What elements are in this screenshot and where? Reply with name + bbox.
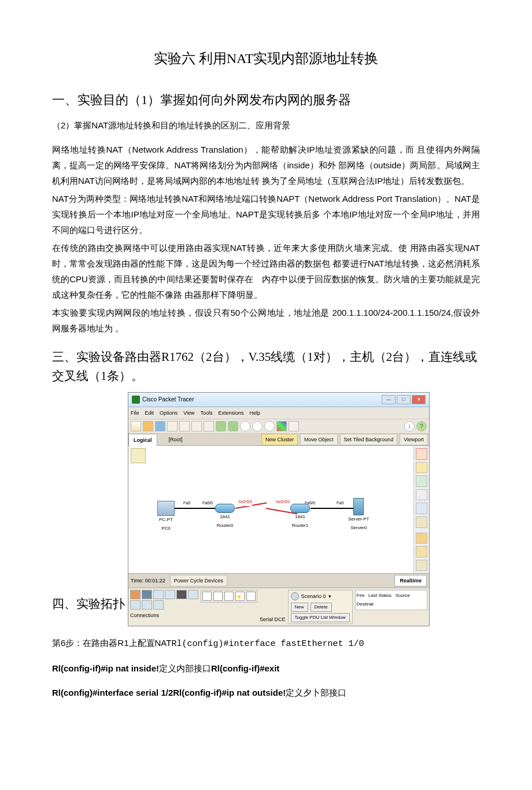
root-breadcrumb[interactable]: [Root] bbox=[157, 435, 194, 444]
resize-tool-icon[interactable] bbox=[416, 516, 427, 528]
open-icon[interactable] bbox=[143, 421, 153, 431]
bottom-panel: Connections ⚡ Serial DCE Scenario 0 ▾ Ne… bbox=[128, 588, 429, 626]
section3-heading: 三、实验设备路由器R1762（2台），V.35线缆（1对），主机（2台），直连线… bbox=[52, 348, 480, 386]
select-tool-icon[interactable] bbox=[416, 448, 427, 460]
connection-types: ⚡ bbox=[201, 590, 257, 603]
menu-options[interactable]: Options bbox=[160, 408, 178, 418]
serial-dce-label: Serial DCE bbox=[260, 615, 286, 624]
zoom-reset-icon[interactable] bbox=[252, 421, 263, 431]
scenario-delete-button[interactable]: Delete bbox=[311, 603, 332, 612]
connections-category-icon[interactable] bbox=[176, 590, 187, 599]
info-icon[interactable]: i bbox=[404, 421, 415, 431]
delete-tool-icon[interactable] bbox=[416, 489, 427, 501]
device-router1[interactable]: 1841 Router1 bbox=[290, 501, 310, 530]
para-1: 网络地址转换NAT（Network Address Translation），能… bbox=[52, 142, 480, 189]
device-server0[interactable]: Server-PT Server0 bbox=[348, 498, 369, 532]
menu-edit[interactable]: Edit bbox=[145, 408, 154, 418]
workspace-canvas[interactable]: Fa0 Fa0/0 Se0/0/0 Se0/0/0 Fa0/0 Fa0 PC-P… bbox=[128, 446, 429, 573]
nav-root-icon[interactable] bbox=[131, 448, 146, 463]
viewport-button[interactable]: Viewport bbox=[400, 434, 428, 445]
menu-view[interactable]: View bbox=[183, 408, 194, 418]
menu-extensions[interactable]: Extensions bbox=[218, 408, 243, 418]
section1-heading: 一、实验目的（1）掌握如何向外网发布内网的服务器 bbox=[52, 88, 480, 112]
end-devices-category-icon[interactable] bbox=[188, 590, 198, 599]
wizard-icon[interactable] bbox=[179, 421, 190, 431]
auto-cable-icon[interactable] bbox=[202, 592, 212, 601]
hubs-category-icon[interactable] bbox=[153, 590, 164, 599]
console-cable-icon[interactable] bbox=[213, 592, 223, 601]
time-label: Time: 00:01:22 bbox=[131, 576, 165, 585]
zoom-in-icon[interactable] bbox=[240, 421, 250, 431]
time-bar: Time: 00:01:22 Power Cycle Devices Realt… bbox=[128, 573, 429, 588]
note-tool-icon[interactable] bbox=[416, 475, 427, 487]
palette-icon[interactable] bbox=[276, 421, 287, 431]
packet-tracer-window: Cisco Packet Tracer — □ ✕ File Edit Opti… bbox=[128, 392, 430, 626]
serial-dce-cable-icon[interactable]: ⚡ bbox=[235, 592, 245, 601]
custom-category-icon[interactable] bbox=[142, 600, 152, 610]
paste-icon[interactable] bbox=[204, 421, 214, 431]
pdu-list-table: Fire Last Status Source Destinat bbox=[355, 590, 427, 610]
device-pc0[interactable]: PC-PT PC0 bbox=[157, 501, 175, 533]
menu-bar: File Edit Options View Tools Extensions … bbox=[128, 407, 429, 419]
col-source: Source bbox=[396, 593, 410, 598]
para-4: 本实验要实现内网网段的地址转换，假设只有50个公网地址，地址池是 200.1.1… bbox=[52, 305, 480, 336]
save-icon[interactable] bbox=[155, 421, 165, 431]
section1-sub: （2）掌握NAT源地址转换和目的地址转换的区别二、应用背景 bbox=[52, 117, 480, 133]
wan-category-icon[interactable] bbox=[130, 600, 141, 610]
toggle-pdu-button[interactable]: Toggle PDU List Window bbox=[291, 613, 350, 622]
zoom-out-icon[interactable] bbox=[264, 421, 275, 431]
scenario-box: Scenario 0 ▾ New Delete Toggle PDU List … bbox=[288, 590, 353, 624]
straight-cable-icon[interactable] bbox=[224, 592, 234, 601]
new-cluster-button[interactable]: New Cluster bbox=[261, 434, 298, 445]
col-fire: Fire bbox=[357, 593, 365, 598]
port-srv-fa: Fa0 bbox=[337, 500, 343, 507]
para-2: NAT分为两种类型：网络地址转换NAT和网络地址端口转换NAPT（Network… bbox=[52, 191, 480, 238]
pdu3-icon[interactable] bbox=[416, 560, 427, 571]
link-r1-srv bbox=[311, 508, 354, 509]
move-tool-icon[interactable] bbox=[416, 462, 427, 474]
close-button[interactable]: ✕ bbox=[412, 395, 426, 404]
doc-title: 实验六 利用NAT实现内部源地址转换 bbox=[52, 46, 480, 71]
complex-pdu-icon[interactable] bbox=[416, 546, 427, 558]
help-icon[interactable]: ? bbox=[416, 421, 427, 431]
logical-tab[interactable]: Logical bbox=[128, 434, 157, 446]
set-background-button[interactable]: Set Tiled Background bbox=[340, 434, 398, 445]
device-router0[interactable]: 1841 Router0 bbox=[215, 501, 235, 530]
simple-pdu-icon[interactable] bbox=[416, 533, 427, 544]
realtime-tab[interactable]: Realtime bbox=[394, 575, 427, 586]
main-toolbar: i ? bbox=[128, 419, 429, 434]
menu-tools[interactable]: Tools bbox=[200, 408, 212, 418]
copy-icon[interactable] bbox=[191, 421, 202, 431]
side-toolbar bbox=[413, 446, 429, 573]
power-cycle-button[interactable]: Power Cycle Devices bbox=[170, 575, 227, 586]
port-r0-fa: Fa0/0 bbox=[202, 500, 213, 507]
maximize-button[interactable]: □ bbox=[397, 395, 411, 404]
step6-line2: Rl(config-if)#ip nat inside!定义内部接口Rl(con… bbox=[52, 660, 480, 676]
switches-category-icon[interactable] bbox=[142, 590, 152, 599]
wireless-category-icon[interactable] bbox=[165, 590, 175, 599]
redo-icon[interactable] bbox=[228, 421, 238, 431]
window-titlebar: Cisco Packet Tracer — □ ✕ bbox=[128, 393, 429, 407]
scenario-select[interactable]: Scenario 0 bbox=[301, 592, 326, 601]
routers-category-icon[interactable] bbox=[130, 590, 141, 599]
custom-dev-icon[interactable] bbox=[289, 421, 299, 431]
menu-help[interactable]: Help bbox=[249, 408, 260, 418]
serial-dte-cable-icon[interactable] bbox=[246, 592, 256, 601]
undo-icon[interactable] bbox=[216, 421, 226, 431]
col-destination: Destinat bbox=[357, 601, 374, 607]
new-icon[interactable] bbox=[131, 421, 141, 431]
scenario-new-button[interactable]: New bbox=[291, 603, 308, 612]
menu-file[interactable]: File bbox=[131, 408, 139, 418]
inspect-tool-icon[interactable] bbox=[416, 503, 427, 514]
para-3: 在传统的路由交换网络中可以使用路由器实现NAT转换，近年来大多使用防火墙来完成。… bbox=[52, 240, 480, 302]
minimize-button[interactable]: — bbox=[382, 395, 396, 404]
multiuser-category-icon[interactable] bbox=[153, 600, 164, 610]
workspace-bar: Logical [Root] New Cluster Move Object S… bbox=[128, 434, 429, 446]
move-object-button[interactable]: Move Object bbox=[300, 434, 338, 445]
port-r0-se: Se0/0/0 bbox=[238, 499, 252, 506]
step6-line3: Rl(config)#interface serial 1/2Rl(config… bbox=[52, 685, 480, 700]
scenario-info-icon[interactable] bbox=[291, 592, 299, 600]
print-icon[interactable] bbox=[167, 421, 178, 431]
port-r1-se: Se0/0/0 bbox=[276, 499, 290, 506]
step6-line1: 第6步：在路由器R1上配置NATRl(config)#interface fas… bbox=[52, 635, 480, 652]
